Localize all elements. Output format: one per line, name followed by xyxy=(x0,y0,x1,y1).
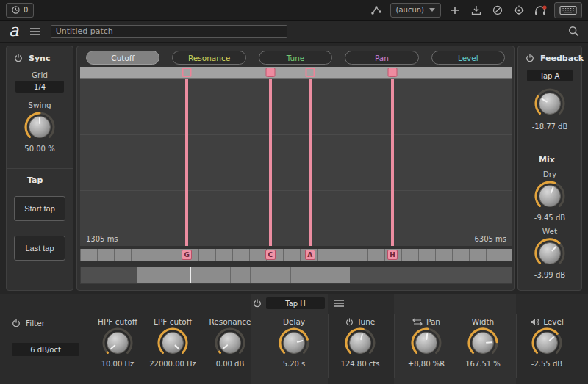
tap-power-icon[interactable] xyxy=(253,299,262,308)
tap-line-H[interactable] xyxy=(391,79,394,246)
tab-pan[interactable]: Pan xyxy=(345,51,418,65)
sync-power-icon[interactable] xyxy=(14,54,23,62)
last-tap-button[interactable]: Last tap xyxy=(14,236,65,261)
tune-value: 124.80 cts xyxy=(334,360,386,368)
swap-arrows-icon[interactable] xyxy=(412,318,423,326)
tap-lines-layer xyxy=(80,79,512,246)
tab-resonance[interactable]: Resonance xyxy=(172,51,245,65)
pan-label-row: Pan xyxy=(401,316,452,327)
routing-button[interactable] xyxy=(369,3,384,18)
plus-icon xyxy=(451,6,459,15)
preset-select[interactable]: (aucun) xyxy=(390,3,441,18)
target-icon xyxy=(514,5,524,15)
lpf-cutoff-label: LPF cutoff xyxy=(147,316,198,327)
tap-chip-G[interactable]: G xyxy=(182,250,192,260)
status-dot xyxy=(542,5,546,9)
delay-knob[interactable] xyxy=(278,327,310,359)
delay-value: 5.20 s xyxy=(268,360,320,368)
patch-name-input[interactable] xyxy=(51,25,287,38)
grid-select[interactable]: 1/4 xyxy=(15,81,64,93)
tap-line-A[interactable] xyxy=(309,79,312,246)
tap-handle-C[interactable] xyxy=(265,68,275,77)
pan-value: +8,80 %R xyxy=(401,360,452,368)
level-value: -2.55 dB xyxy=(521,360,573,368)
feedback-tap-select[interactable]: Tap A xyxy=(527,70,573,81)
pan-knob[interactable] xyxy=(410,327,442,359)
sync-title: Sync xyxy=(29,54,50,63)
sync-header: Sync xyxy=(7,51,73,65)
tap-line-G[interactable] xyxy=(185,79,188,246)
tap-letter-strip[interactable]: GCAH xyxy=(80,249,512,261)
tap-menu-button[interactable] xyxy=(334,299,345,308)
target-button[interactable] xyxy=(512,3,526,18)
preset-value: (aucun) xyxy=(396,6,424,14)
tab-cutoff[interactable]: Cutoff xyxy=(86,51,159,65)
tap-chip-H[interactable]: H xyxy=(387,250,398,260)
tap-handle-A[interactable] xyxy=(305,68,315,77)
midi-keyboard-button[interactable] xyxy=(554,2,582,18)
zoom-button[interactable] xyxy=(568,26,579,37)
feedback-power-icon[interactable] xyxy=(526,54,534,62)
tap-header: Tap xyxy=(7,173,73,187)
hpf-cutoff-label: HPF cutoff xyxy=(92,316,143,327)
hpf-cutoff-knob[interactable] xyxy=(101,327,134,359)
tune-knob[interactable] xyxy=(344,327,376,359)
overview-bar[interactable] xyxy=(80,267,512,284)
level-group: Level -2.55 dB xyxy=(521,316,573,368)
feedback-title: Feedback xyxy=(540,54,584,63)
resonance-knob[interactable] xyxy=(214,327,246,359)
speaker-icon[interactable] xyxy=(530,318,539,326)
parameter-tabs: Cutoff Resonance Tune Pan Level xyxy=(86,51,505,65)
swing-knob[interactable] xyxy=(24,111,56,143)
tap-handle-strip[interactable] xyxy=(80,67,512,79)
tap-canvas[interactable]: 1305 ms 6305 ms xyxy=(80,79,512,246)
history-chip[interactable]: 0 xyxy=(6,3,34,18)
tap-handle-H[interactable] xyxy=(388,68,398,77)
level-knob[interactable] xyxy=(531,327,563,359)
history-count: 0 xyxy=(24,6,28,14)
lpf-cutoff-group: LPF cutoff 22000.00 Hz xyxy=(147,316,198,368)
dry-value: -9.45 dB xyxy=(518,214,581,222)
no-entry-icon xyxy=(492,5,503,15)
tune-power-icon[interactable] xyxy=(345,318,354,326)
filter-power-icon[interactable] xyxy=(12,319,21,327)
width-knob[interactable] xyxy=(467,327,499,359)
tap-chip-C[interactable]: C xyxy=(265,250,276,260)
tap-handle-G[interactable] xyxy=(182,68,192,77)
swing-value: 50.00 % xyxy=(7,145,73,153)
top-toolbar: 0 (aucun) xyxy=(0,0,588,21)
mix-header: Mix xyxy=(518,152,581,167)
wet-knob[interactable] xyxy=(534,237,566,269)
disable-button[interactable] xyxy=(490,3,505,18)
filter-label: Filter xyxy=(26,319,45,327)
plugin-window: 0 (aucun) xyxy=(0,0,588,384)
tap-chip-A[interactable]: A xyxy=(305,250,315,260)
mix-title: Mix xyxy=(539,155,555,164)
dry-knob[interactable] xyxy=(534,180,566,212)
filter-slope-select[interactable]: 6 dB/oct xyxy=(12,343,79,356)
divider xyxy=(516,314,517,378)
lpf-cutoff-value: 22000.00 Hz xyxy=(147,360,198,368)
save-icon xyxy=(471,5,481,15)
overview-window[interactable] xyxy=(137,267,349,283)
save-preset-button[interactable] xyxy=(469,3,484,18)
routing-icon xyxy=(370,5,382,15)
monitor-button[interactable] xyxy=(533,3,548,18)
feedback-header: Feedback xyxy=(518,51,581,65)
start-tap-button[interactable]: Start tap xyxy=(14,196,65,221)
add-preset-button[interactable] xyxy=(448,3,462,18)
wet-value: -3.99 dB xyxy=(518,271,581,279)
chevron-down-icon xyxy=(429,8,435,12)
feedback-knob[interactable] xyxy=(534,87,566,120)
sync-tap-panel: Sync Grid 1/4 Swing 50.00 % Tap Start ta… xyxy=(6,46,74,291)
feedback-mix-panel: Feedback Tap A -18.77 dB Mix Dry -9.45 d… xyxy=(517,46,582,291)
hpf-cutoff-group: HPF cutoff 10.00 Hz xyxy=(92,316,143,368)
tap-line-C[interactable] xyxy=(269,79,272,246)
tab-level[interactable]: Level xyxy=(431,51,505,65)
tap-select[interactable]: Tap H xyxy=(266,297,325,309)
lpf-cutoff-knob[interactable] xyxy=(157,327,189,359)
menu-button[interactable] xyxy=(29,27,40,36)
resonance-group: Resonance 0.00 dB xyxy=(204,316,256,368)
tab-tune[interactable]: Tune xyxy=(259,51,332,65)
time-start-label: 1305 ms xyxy=(86,235,118,243)
